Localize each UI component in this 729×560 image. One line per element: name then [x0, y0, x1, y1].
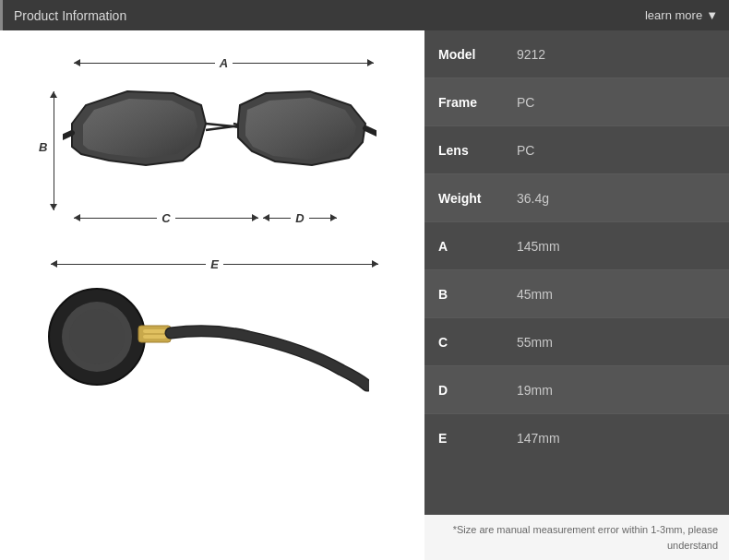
specs-panel: Model9212FramePCLensPCWeight36.4gA145mmB… [424, 30, 729, 560]
spec-row: C55mm [424, 318, 729, 366]
dimension-c-arrow: C [74, 211, 258, 225]
glasses-side-svg [46, 270, 369, 413]
spec-value: 19mm [508, 374, 729, 407]
spec-row: A145mm [424, 222, 729, 270]
dimension-d-arrow: D [263, 211, 337, 225]
spec-row: B45mm [424, 270, 729, 318]
glasses-front-svg [63, 73, 376, 216]
dimension-c-label: C [157, 211, 174, 225]
spec-row: LensPC [424, 126, 729, 174]
svg-rect-7 [143, 335, 166, 339]
page-header: Product Information learn more ▼ [0, 0, 729, 30]
dimension-e-label: E [206, 257, 223, 271]
spec-value: 145mm [508, 230, 729, 263]
svg-point-4 [69, 309, 125, 364]
spec-key: A [424, 230, 508, 263]
spec-value: PC [508, 134, 729, 167]
page-title: Product Information [14, 8, 126, 23]
side-view-diagram: E [37, 250, 388, 421]
dimension-b-arrow [46, 91, 61, 210]
spec-key: D [424, 374, 508, 407]
spec-key: C [424, 326, 508, 359]
spec-row: E147mm [424, 414, 729, 462]
spec-value: 55mm [508, 326, 729, 359]
dimension-e-arrow: E [51, 257, 378, 271]
svg-line-1 [365, 128, 376, 135]
spec-value: 9212 [508, 38, 729, 71]
spec-row: D19mm [424, 366, 729, 414]
measurement-note: *Size are manual measurement error withi… [424, 515, 729, 560]
learn-more-button[interactable]: learn more ▼ [645, 8, 718, 22]
spec-value: 147mm [508, 422, 729, 455]
spec-key: E [424, 422, 508, 455]
spec-key: Frame [424, 86, 508, 119]
dimension-a-arrow: A [74, 56, 374, 70]
spec-value: PC [508, 86, 729, 119]
dimension-a-label: A [215, 56, 233, 70]
front-view-diagram: A B [37, 47, 388, 245]
spec-row: Model9212 [424, 30, 729, 78]
svg-line-0 [63, 133, 72, 139]
spec-row: Weight36.4g [424, 174, 729, 222]
spec-key: B [424, 278, 508, 311]
spec-table: Model9212FramePCLensPCWeight36.4gA145mmB… [424, 30, 729, 515]
spec-key: Lens [424, 134, 508, 167]
dimension-d-label: D [291, 211, 308, 225]
diagram-panel: A B [0, 30, 424, 560]
spec-key: Model [424, 38, 508, 71]
dimension-b-label: B [39, 139, 47, 153]
spec-key: Weight [424, 182, 508, 215]
spec-value: 45mm [508, 278, 729, 311]
spec-row: FramePC [424, 78, 729, 126]
spec-value: 36.4g [508, 182, 729, 215]
svg-rect-6 [143, 329, 166, 333]
main-content: A B [0, 30, 729, 560]
